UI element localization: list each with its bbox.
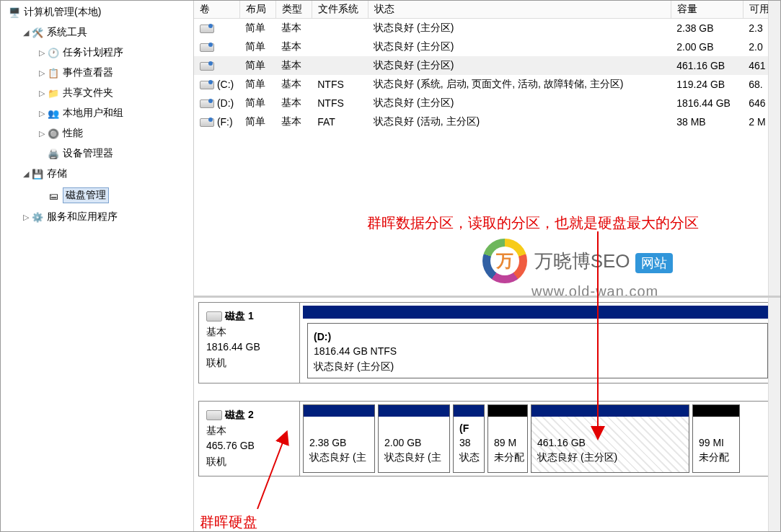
cell-type: 基本 (275, 19, 312, 38)
watermark-logo-char: 万 (490, 247, 519, 275)
expander-icon[interactable]: ◢ (21, 28, 31, 37)
volume-icon (200, 43, 214, 52)
tree-event-viewer[interactable]: ▷ 📋 事件查看器 (1, 63, 193, 83)
table-row[interactable]: 简单基本状态良好 (主分区)461.16 GB461 (194, 56, 780, 75)
disk-icon (206, 311, 222, 322)
expander-icon[interactable]: ◢ (21, 169, 31, 179)
expander-icon[interactable]: ▷ (37, 48, 47, 58)
partition[interactable]: 2.00 GB状态良好 (主 (378, 404, 450, 473)
table-row[interactable]: (C:)简单基本NTFS状态良好 (系统, 启动, 页面文件, 活动, 故障转储… (194, 75, 780, 94)
tree-device-manager[interactable]: 🖨️ 设备管理器 (1, 143, 193, 164)
tree-label: 设备管理器 (63, 147, 113, 160)
col-layout[interactable]: 布局 (239, 1, 275, 19)
tree-label: 计算机管理(本地) (24, 6, 101, 19)
volume-table[interactable]: 卷 布局 类型 文件系统 状态 容量 可用 简单基本状态良好 (主分区)2.38… (194, 1, 780, 131)
event-icon: 📋 (47, 66, 60, 79)
partition[interactable]: 89 M未分配 (487, 404, 528, 473)
folder-share-icon: 📁 (47, 87, 60, 99)
cell-volume: (F:) (217, 116, 233, 128)
table-row[interactable]: (D:)简单基本NTFS状态良好 (主分区)1816.44 GB646 (194, 94, 780, 112)
partition-header-bar (454, 405, 484, 417)
tree-local-users[interactable]: ▷ 👥 本地用户和组 (1, 103, 193, 123)
col-status[interactable]: 状态 (368, 1, 671, 19)
scrollbar[interactable] (768, 298, 780, 531)
volume-icon (200, 99, 214, 108)
cell-capacity: 1816.44 GB (671, 94, 743, 112)
cell-status: 状态良好 (主分区) (368, 56, 671, 75)
expander-icon[interactable]: ▷ (37, 129, 47, 138)
tree-performance[interactable]: ▷ 🔘 性能 (1, 123, 193, 143)
partition-header-bar (488, 405, 527, 417)
partition[interactable]: 461.16 GB状态良好 (主分区) (531, 404, 689, 473)
partition-size: 461.16 GB (537, 435, 683, 450)
partition-status: 状态良好 (主 (309, 450, 369, 464)
col-volume[interactable]: 卷 (194, 1, 239, 19)
tree-services-apps[interactable]: ▷ ⚙️ 服务和应用程序 (1, 207, 193, 227)
cell-fs: FAT (312, 112, 368, 131)
nav-tree[interactable]: 🖥️ 计算机管理(本地) ◢ 🛠️ 系统工具 ▷ 🕐 任务计划程序 ▷ 📋 事件… (1, 1, 194, 531)
partition-size: 89 M (494, 435, 521, 450)
disk-layout-pane[interactable]: 磁盘 1 基本 1816.44 GB 联机 (D:) 1816.44 GB NT… (194, 298, 780, 531)
tree-label: 服务和应用程序 (47, 210, 118, 223)
cell-fs (312, 19, 368, 38)
disk-row-1[interactable]: 磁盘 1 基本 1816.44 GB 联机 (D:) 1816.44 GB NT… (198, 302, 776, 384)
scrollbar[interactable] (768, 1, 780, 296)
storage-icon: 💾 (31, 167, 44, 180)
partition-drive: (D:) (314, 329, 762, 344)
cell-fs: NTFS (312, 94, 368, 112)
volume-icon (200, 118, 214, 127)
disk-state: 联机 (206, 355, 292, 371)
tree-label: 任务计划程序 (63, 46, 123, 59)
col-fs[interactable]: 文件系统 (312, 1, 368, 19)
tree-storage[interactable]: ◢ 💾 存储 (1, 164, 193, 184)
table-row[interactable]: (F:)简单基本FAT状态良好 (活动, 主分区)38 MB2 M (194, 112, 780, 131)
partition[interactable]: 2.38 GB状态良好 (主 (303, 404, 375, 473)
cell-type: 基本 (275, 112, 312, 131)
table-row[interactable]: 简单基本状态良好 (主分区)2.38 GB2.3 (194, 19, 780, 38)
tree-shared-folders[interactable]: ▷ 📁 共享文件夹 (1, 83, 193, 103)
disk-partitions: (D:) 1816.44 GB NTFS 状态良好 (主分区) (300, 303, 775, 383)
expander-icon[interactable]: ▷ (37, 68, 47, 78)
disk-title: 磁盘 2 (225, 409, 254, 420)
partition-d[interactable]: (D:) 1816.44 GB NTFS 状态良好 (主分区) (307, 323, 768, 378)
disk-type: 基本 (206, 423, 292, 439)
cell-capacity: 119.24 GB (671, 75, 743, 94)
volume-icon (200, 62, 214, 71)
device-icon: 🖨️ (47, 147, 60, 160)
disk-row-2[interactable]: 磁盘 2 基本 465.76 GB 联机 2.38 GB状态良好 (主 2.00… (198, 401, 776, 476)
col-capacity[interactable]: 容量 (671, 1, 743, 19)
tree-disk-management[interactable]: 🖴 磁盘管理 (1, 184, 193, 207)
watermark-url: www.old‑wan.com (531, 283, 673, 298)
computer-icon: 🖥️ (8, 6, 21, 19)
tree-label: 存储 (47, 167, 67, 180)
cell-type: 基本 (275, 75, 312, 94)
tree-system-tools[interactable]: ◢ 🛠️ 系统工具 (1, 22, 193, 43)
clock-icon: 🕐 (47, 46, 60, 59)
tree-root[interactable]: 🖥️ 计算机管理(本地) (1, 2, 193, 22)
partition-status: 未分配 (494, 450, 521, 464)
partition-header-bar (531, 405, 689, 417)
expander-icon[interactable]: ▷ (37, 109, 47, 118)
tree-task-scheduler[interactable]: ▷ 🕐 任务计划程序 (1, 43, 193, 63)
volume-icon (200, 25, 214, 33)
disk-type: 基本 (206, 324, 292, 340)
cell-capacity: 461.16 GB (671, 56, 743, 75)
partition-status: 状态 (459, 450, 478, 464)
cell-layout: 简单 (239, 75, 275, 94)
cell-type: 基本 (275, 94, 312, 112)
partition[interactable]: 99 MI未分配 (692, 404, 740, 473)
table-row[interactable]: 简单基本状态良好 (主分区)2.00 GB2.0 (194, 37, 780, 56)
cell-status: 状态良好 (主分区) (368, 37, 671, 56)
expander-icon[interactable]: ▷ (37, 89, 47, 98)
expander-icon[interactable]: ▷ (21, 213, 31, 222)
partition-drive: (F (459, 421, 478, 435)
volume-list-pane[interactable]: 卷 布局 类型 文件系统 状态 容量 可用 简单基本状态良好 (主分区)2.38… (194, 1, 780, 298)
partition-size: 1816.44 GB NTFS (314, 344, 762, 358)
cell-capacity: 38 MB (671, 112, 743, 131)
cell-fs (312, 56, 368, 75)
partition-status: 状态良好 (主分区) (537, 450, 683, 464)
partition[interactable]: (F38状态 (453, 404, 485, 473)
partition-status: 未分配 (699, 450, 733, 464)
tree-label: 事件查看器 (63, 66, 113, 79)
col-type[interactable]: 类型 (275, 1, 312, 19)
